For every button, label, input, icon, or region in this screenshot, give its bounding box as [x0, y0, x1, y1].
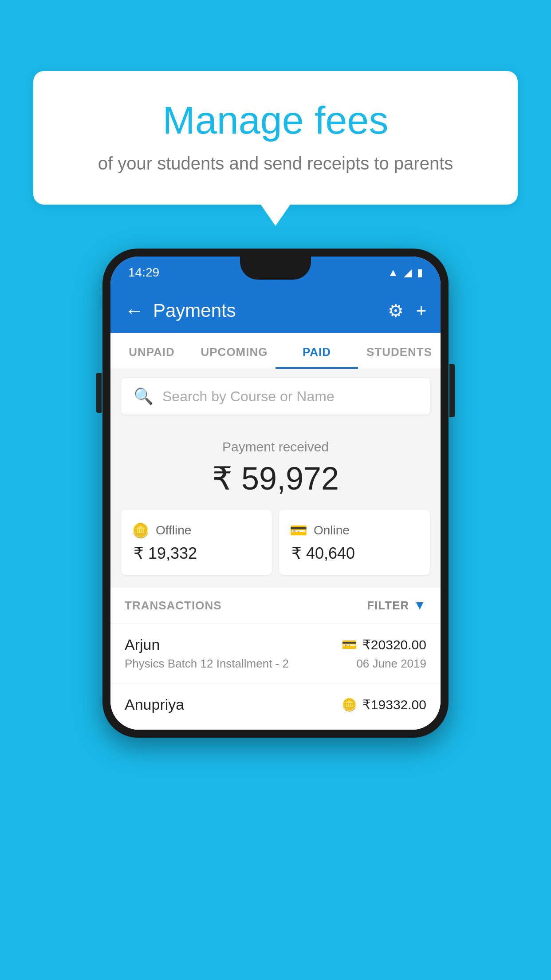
transaction-top-anupriya: Anupriya 🪙 ₹19332.00 — [125, 696, 426, 713]
transactions-header: TRANSACTIONS FILTER ▼ — [110, 588, 441, 624]
search-input[interactable]: Search by Course or Name — [162, 388, 335, 405]
offline-icon: 🪙 — [132, 522, 150, 539]
search-bar[interactable]: 🔍 Search by Course or Name — [121, 378, 430, 415]
phone-device: 14:29 ▲ ◢ ▮ ← Payments ⚙ + UNPAID UPCO — [102, 249, 449, 738]
online-card: 💳 Online ₹ 40,640 — [279, 510, 430, 575]
notch — [240, 257, 311, 280]
app-bar: ← Payments ⚙ + — [110, 288, 441, 333]
card-payment-icon: 💳 — [342, 637, 357, 652]
offline-amount: ₹ 19,332 — [132, 544, 261, 563]
payment-received-label: Payment received — [121, 439, 430, 454]
battery-icon: ▮ — [417, 266, 423, 279]
payment-cards: 🪙 Offline ₹ 19,332 💳 Online ₹ 40,640 — [110, 510, 441, 588]
transaction-detail-arjun: Physics Batch 12 Installment - 2 — [125, 657, 289, 671]
tab-unpaid[interactable]: UNPAID — [110, 333, 193, 369]
add-icon[interactable]: + — [416, 301, 426, 321]
status-bar: 14:29 ▲ ◢ ▮ — [110, 257, 441, 288]
payment-total-amount: ₹ 59,972 — [121, 460, 430, 497]
transaction-amount-arjun: ₹20320.00 — [362, 637, 426, 652]
settings-icon[interactable]: ⚙ — [388, 300, 404, 321]
page-title: Payments — [153, 300, 379, 321]
phone-screen: 14:29 ▲ ◢ ▮ ← Payments ⚙ + UNPAID UPCO — [110, 257, 441, 730]
offline-card: 🪙 Offline ₹ 19,332 — [121, 510, 272, 575]
filter-icon: ▼ — [413, 598, 426, 612]
status-time: 14:29 — [128, 265, 159, 280]
payment-summary: Payment received ₹ 59,972 — [110, 423, 441, 510]
offline-label: Offline — [156, 523, 191, 537]
bubble-title: Manage fees — [69, 98, 482, 143]
tab-students[interactable]: STUDENTS — [358, 333, 441, 369]
online-card-header: 💳 Online — [290, 522, 419, 539]
status-icons: ▲ ◢ ▮ — [388, 266, 423, 279]
table-row[interactable]: Arjun 💳 ₹20320.00 Physics Batch 12 Insta… — [110, 624, 441, 684]
speech-bubble-container: Manage fees of your students and send re… — [33, 71, 518, 205]
transaction-amount-wrap-anupriya: 🪙 ₹19332.00 — [342, 697, 426, 712]
online-icon: 💳 — [290, 522, 307, 539]
signal-icon: ◢ — [404, 266, 412, 279]
transaction-amount-anupriya: ₹19332.00 — [362, 697, 426, 712]
search-container: 🔍 Search by Course or Name — [110, 369, 441, 423]
bubble-subtitle: of your students and send receipts to pa… — [69, 154, 482, 174]
transaction-name-arjun: Arjun — [125, 636, 160, 653]
search-icon: 🔍 — [134, 387, 153, 406]
table-row[interactable]: Anupriya 🪙 ₹19332.00 — [110, 684, 441, 730]
transaction-date-arjun: 06 June 2019 — [356, 657, 426, 671]
transaction-amount-wrap-arjun: 💳 ₹20320.00 — [342, 637, 426, 652]
back-button[interactable]: ← — [125, 300, 144, 322]
cash-payment-icon: 🪙 — [342, 697, 357, 712]
transaction-name-anupriya: Anupriya — [125, 696, 184, 713]
online-amount: ₹ 40,640 — [290, 544, 419, 563]
transactions-label: TRANSACTIONS — [125, 599, 222, 612]
filter-button[interactable]: FILTER ▼ — [367, 598, 426, 612]
wifi-icon: ▲ — [388, 266, 398, 279]
transaction-top-arjun: Arjun 💳 ₹20320.00 — [125, 636, 426, 653]
transaction-bottom-arjun: Physics Batch 12 Installment - 2 06 June… — [125, 657, 426, 671]
phone-outer: 14:29 ▲ ◢ ▮ ← Payments ⚙ + UNPAID UPCO — [102, 249, 449, 738]
offline-card-header: 🪙 Offline — [132, 522, 261, 539]
tab-upcoming[interactable]: UPCOMING — [193, 333, 276, 369]
filter-label: FILTER — [367, 599, 409, 612]
online-label: Online — [314, 523, 350, 537]
tab-paid[interactable]: PAID — [276, 333, 358, 369]
top-bar-actions: ⚙ + — [388, 300, 426, 321]
tab-bar: UNPAID UPCOMING PAID STUDENTS — [110, 333, 441, 369]
speech-bubble: Manage fees of your students and send re… — [33, 71, 518, 205]
